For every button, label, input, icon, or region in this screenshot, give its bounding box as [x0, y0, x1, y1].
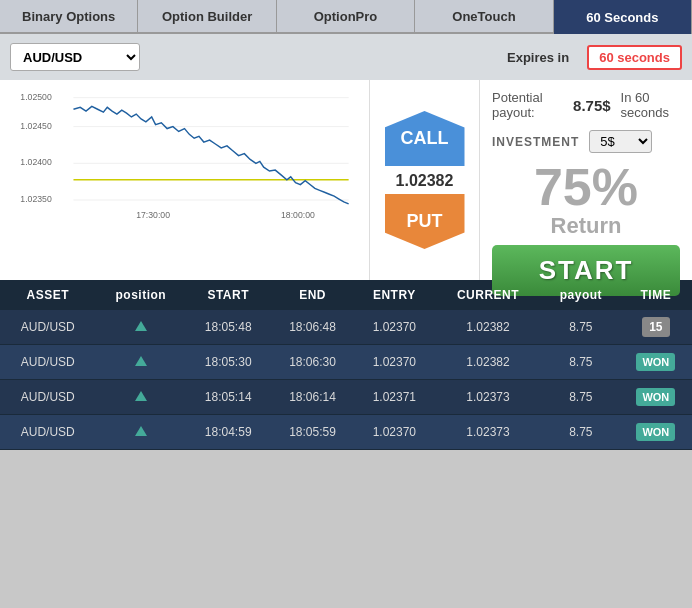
- svg-text:1.02400: 1.02400: [20, 157, 52, 167]
- tab-60-seconds[interactable]: 60 Seconds: [554, 0, 692, 34]
- cell-payout: 8.75: [542, 310, 620, 345]
- cell-asset: AUD/USD: [0, 380, 96, 415]
- right-panel: Potential payout: 8.75$ In 60 seconds IN…: [480, 80, 692, 280]
- cell-entry: 1.02371: [355, 380, 434, 415]
- cell-current: 1.02373: [434, 380, 542, 415]
- put-button[interactable]: PUT: [385, 194, 465, 249]
- tab-option-builder[interactable]: Option Builder: [138, 0, 276, 34]
- cell-time: 15: [620, 310, 692, 345]
- cell-position: [96, 345, 186, 380]
- payout-value: 8.75$: [573, 97, 611, 114]
- main-panel: 1.02500 1.02450 1.02400 1.02350 17:30:00…: [0, 80, 692, 280]
- table-row: AUD/USD18:04:5918:05:591.023701.023738.7…: [0, 415, 692, 450]
- cell-entry: 1.02370: [355, 345, 434, 380]
- col-position: position: [96, 280, 186, 310]
- table-row: AUD/USD18:05:3018:06:301.023701.023828.7…: [0, 345, 692, 380]
- cell-position: [96, 310, 186, 345]
- arrow-up-icon: [135, 426, 147, 436]
- tab-optionpro[interactable]: OptionPro: [277, 0, 415, 34]
- toolbar: AUD/USD EUR/USD GBP/USD Expires in 60 se…: [0, 34, 692, 80]
- table-row: AUD/USD18:05:1418:06:141.023711.023738.7…: [0, 380, 692, 415]
- cell-end: 18:06:30: [270, 345, 354, 380]
- svg-text:1.02500: 1.02500: [20, 92, 52, 102]
- cell-end: 18:06:14: [270, 380, 354, 415]
- payout-row: Potential payout: 8.75$ In 60 seconds: [492, 90, 680, 120]
- cell-entry: 1.02370: [355, 310, 434, 345]
- cell-entry: 1.02370: [355, 415, 434, 450]
- won-badge: WON: [636, 353, 675, 371]
- return-display: 75% Return: [492, 161, 680, 239]
- tab-onetouch[interactable]: OneTouch: [415, 0, 553, 34]
- cell-position: [96, 415, 186, 450]
- tab-bar: Binary Options Option Builder OptionPro …: [0, 0, 692, 34]
- tab-binary-options[interactable]: Binary Options: [0, 0, 138, 34]
- svg-text:1.02350: 1.02350: [20, 194, 52, 204]
- current-price: 1.02382: [396, 172, 454, 190]
- investment-selector[interactable]: 5$ 10$ 25$ 50$ 100$: [589, 130, 652, 153]
- call-put-panel: CALL 1.02382 PUT: [370, 80, 480, 280]
- cell-start: 18:05:48: [186, 310, 270, 345]
- expires-label: Expires in: [507, 50, 569, 65]
- table-row: AUD/USD18:05:4818:06:481.023701.023828.7…: [0, 310, 692, 345]
- cell-current: 1.02382: [434, 310, 542, 345]
- timer-badge: 15: [642, 317, 669, 337]
- cell-asset: AUD/USD: [0, 345, 96, 380]
- trades-table: ASSET position START END ENTRY CURRENT p…: [0, 280, 692, 450]
- cell-payout: 8.75: [542, 345, 620, 380]
- table-wrapper: ASSET position START END ENTRY CURRENT p…: [0, 280, 692, 450]
- arrow-up-icon: [135, 356, 147, 366]
- asset-selector[interactable]: AUD/USD EUR/USD GBP/USD: [10, 43, 140, 71]
- col-asset: ASSET: [0, 280, 96, 310]
- call-button[interactable]: CALL: [385, 111, 465, 166]
- cell-end: 18:06:48: [270, 310, 354, 345]
- cell-asset: AUD/USD: [0, 415, 96, 450]
- col-start: START: [186, 280, 270, 310]
- cell-current: 1.02373: [434, 415, 542, 450]
- cell-start: 18:05:14: [186, 380, 270, 415]
- payout-label: Potential payout:: [492, 90, 563, 120]
- cell-start: 18:04:59: [186, 415, 270, 450]
- investment-row: INVESTMENT 5$ 10$ 25$ 50$ 100$: [492, 130, 680, 153]
- arrow-up-icon: [135, 321, 147, 331]
- col-entry: ENTRY: [355, 280, 434, 310]
- cell-asset: AUD/USD: [0, 310, 96, 345]
- price-chart: 1.02500 1.02450 1.02400 1.02350 17:30:00…: [8, 88, 361, 228]
- svg-text:17:30:00: 17:30:00: [136, 210, 170, 220]
- arrow-up-icon: [135, 391, 147, 401]
- won-badge: WON: [636, 388, 675, 406]
- cell-payout: 8.75: [542, 380, 620, 415]
- cell-time: WON: [620, 345, 692, 380]
- cell-payout: 8.75: [542, 415, 620, 450]
- chart-area: 1.02500 1.02450 1.02400 1.02350 17:30:00…: [0, 80, 370, 280]
- svg-text:18:00:00: 18:00:00: [281, 210, 315, 220]
- svg-text:1.02450: 1.02450: [20, 121, 52, 131]
- cell-time: WON: [620, 380, 692, 415]
- investment-label: INVESTMENT: [492, 135, 579, 149]
- won-badge: WON: [636, 423, 675, 441]
- cell-end: 18:05:59: [270, 415, 354, 450]
- cell-time: WON: [620, 415, 692, 450]
- return-percent: 75%: [492, 161, 680, 213]
- cell-start: 18:05:30: [186, 345, 270, 380]
- payout-seconds: In 60 seconds: [621, 90, 680, 120]
- col-end: END: [270, 280, 354, 310]
- cell-current: 1.02382: [434, 345, 542, 380]
- cell-position: [96, 380, 186, 415]
- return-label: Return: [492, 213, 680, 239]
- expires-value: 60 seconds: [587, 45, 682, 70]
